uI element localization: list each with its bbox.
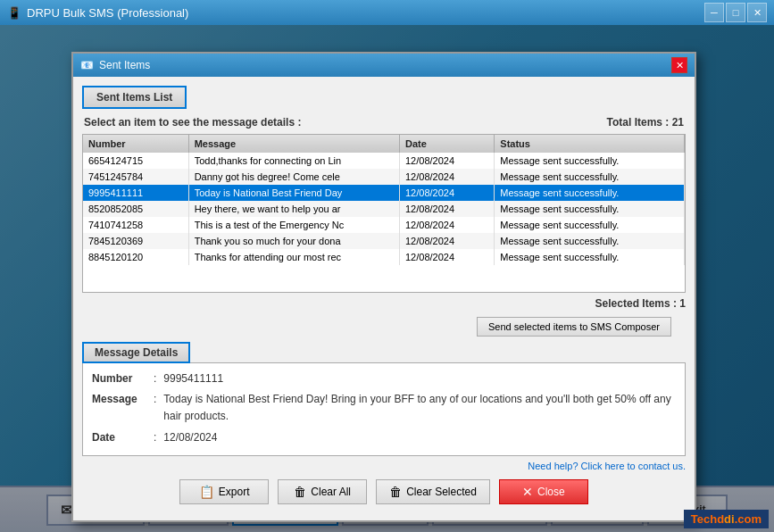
clear-all-button[interactable]: 🗑 Clear All xyxy=(278,479,367,504)
col-header-message: Message xyxy=(188,135,399,153)
watermark-prefix: Techd xyxy=(691,512,724,526)
date-detail-line: Date : 12/08/2024 xyxy=(92,429,676,446)
col-header-date: Date xyxy=(399,135,494,153)
export-icon: 📋 xyxy=(199,485,214,499)
close-modal-icon: ✕ xyxy=(522,485,533,499)
cell-number: 9995411111 xyxy=(83,185,188,201)
cell-status: Message sent successfully. xyxy=(495,169,685,185)
selected-items-label: Selected Items : 1 xyxy=(595,297,686,310)
title-bar: 📱 DRPU Bulk SMS (Professional) ─ □ ✕ xyxy=(0,0,774,25)
watermark-accent: di xyxy=(724,512,735,526)
select-info-row: Select an item to see the message detail… xyxy=(82,116,686,129)
app-title: DRPU Bulk SMS (Professional) xyxy=(27,6,188,20)
cell-status: Message sent successfully. xyxy=(495,201,685,217)
message-details-section: Message Details Number : 9995411111 Mess… xyxy=(82,342,686,456)
cell-status: Message sent successfully. xyxy=(495,217,685,233)
close-modal-button[interactable]: ✕ Close xyxy=(499,479,588,504)
cell-message: Hey there, we want to help you ar xyxy=(188,201,399,217)
close-modal-label: Close xyxy=(537,486,565,498)
col-header-status: Status xyxy=(495,135,685,153)
send-selected-button[interactable]: Send selected items to SMS Composer xyxy=(477,317,671,337)
cell-number: 7845120369 xyxy=(83,233,188,249)
message-detail-key: Message xyxy=(92,391,150,425)
sent-items-list-tab[interactable]: Sent Items List xyxy=(82,86,187,109)
export-button[interactable]: 📋 Export xyxy=(179,479,269,504)
cell-message: Todd,thanks for connecting on Lin xyxy=(188,153,399,169)
cell-date: 12/08/2024 xyxy=(399,185,494,201)
sent-items-table: Number Message Date Status 6654124715 To… xyxy=(83,135,685,265)
cell-message: Thanks for attending our most rec xyxy=(188,249,399,265)
modal-icon: 📧 xyxy=(80,59,94,71)
cell-number: 7410741258 xyxy=(83,217,188,233)
cell-number: 6654124715 xyxy=(83,153,188,169)
cell-message: Thank you so much for your dona xyxy=(188,233,399,249)
modal-body: Sent Items List Select an item to see th… xyxy=(73,77,695,520)
selected-items-row: Selected Items : 1 xyxy=(82,295,686,312)
message-detail-line: Message : Today is National Best Friend … xyxy=(92,391,676,425)
cell-date: 12/08/2024 xyxy=(399,169,494,185)
select-info-label: Select an item to see the message detail… xyxy=(84,116,301,129)
cell-status: Message sent successfully. xyxy=(495,185,685,201)
app-icon: 📱 xyxy=(7,6,21,20)
clear-all-icon: 🗑 xyxy=(294,485,306,499)
number-detail-value: 9995411111 xyxy=(163,370,223,387)
number-detail-key: Number xyxy=(92,370,150,387)
help-link[interactable]: Need help? Click here to contact us. xyxy=(528,461,686,471)
date-detail-value: 12/08/2024 xyxy=(163,429,217,446)
table-row[interactable]: 9995411111 Today is National Best Friend… xyxy=(83,185,685,201)
cell-date: 12/08/2024 xyxy=(399,233,494,249)
watermark-suffix: .com xyxy=(735,512,762,526)
cell-message: This is a test of the Emergency Nc xyxy=(188,217,399,233)
close-app-button[interactable]: ✕ xyxy=(747,3,767,22)
number-detail-line: Number : 9995411111 xyxy=(92,370,676,387)
minimize-button[interactable]: ─ xyxy=(704,3,724,22)
clear-selected-icon: 🗑 xyxy=(389,485,402,499)
message-details-tab: Message Details xyxy=(82,342,190,363)
sent-items-modal: 📧 Sent Items ✕ Sent Items List Select an… xyxy=(71,52,696,522)
help-link-row: Need help? Click here to contact us. xyxy=(82,456,686,474)
cell-status: Message sent successfully. xyxy=(495,233,685,249)
cell-message: Danny got his degree! Come cele xyxy=(188,169,399,185)
clear-selected-button[interactable]: 🗑 Clear Selected xyxy=(376,479,490,504)
total-items-label: Total Items : 21 xyxy=(607,116,684,129)
table-row[interactable]: 6654124715 Todd,thanks for connecting on… xyxy=(83,153,685,169)
col-header-number: Number xyxy=(83,135,188,153)
title-bar-controls: ─ □ ✕ xyxy=(704,3,767,22)
cell-number: 7451245784 xyxy=(83,169,188,185)
cell-message: Today is National Best Friend Day xyxy=(188,185,399,201)
cell-date: 12/08/2024 xyxy=(399,249,494,265)
cell-date: 12/08/2024 xyxy=(399,201,494,217)
message-details-content: Number : 9995411111 Message : Today is N… xyxy=(82,362,686,456)
table-row[interactable]: 8845120120 Thanks for attending our most… xyxy=(83,249,685,265)
clear-selected-label: Clear Selected xyxy=(406,486,477,498)
date-detail-key: Date xyxy=(92,429,150,446)
table-row[interactable]: 7845120369 Thank you so much for your do… xyxy=(83,233,685,249)
cell-status: Message sent successfully. xyxy=(495,249,685,265)
modal-close-button[interactable]: ✕ xyxy=(671,57,687,73)
cell-date: 12/08/2024 xyxy=(399,153,494,169)
cell-number: 8520852085 xyxy=(83,201,188,217)
maximize-button[interactable]: □ xyxy=(726,3,745,22)
export-label: Export xyxy=(219,486,250,498)
cell-status: Message sent successfully. xyxy=(495,153,685,169)
modal-title-bar: 📧 Sent Items ✕ xyxy=(73,54,695,77)
action-buttons: 📋 Export 🗑 Clear All 🗑 Clear Selected ✕ … xyxy=(82,474,686,511)
cell-date: 12/08/2024 xyxy=(399,217,494,233)
sent-items-table-container[interactable]: Number Message Date Status 6654124715 To… xyxy=(82,134,686,293)
table-row[interactable]: 8520852085 Hey there, we want to help yo… xyxy=(83,201,685,217)
message-detail-value: Today is National Best Friend Day! Bring… xyxy=(163,391,676,425)
modal-title: Sent Items xyxy=(99,59,150,71)
table-row[interactable]: 7410741258 This is a test of the Emergen… xyxy=(83,217,685,233)
watermark: Techddi.com xyxy=(684,510,769,528)
app-background: 📧 Sent Items ✕ Sent Items List Select an… xyxy=(0,25,774,532)
cell-number: 8845120120 xyxy=(83,249,188,265)
clear-all-label: Clear All xyxy=(311,486,351,498)
table-row[interactable]: 7451245784 Danny got his degree! Come ce… xyxy=(83,169,685,185)
